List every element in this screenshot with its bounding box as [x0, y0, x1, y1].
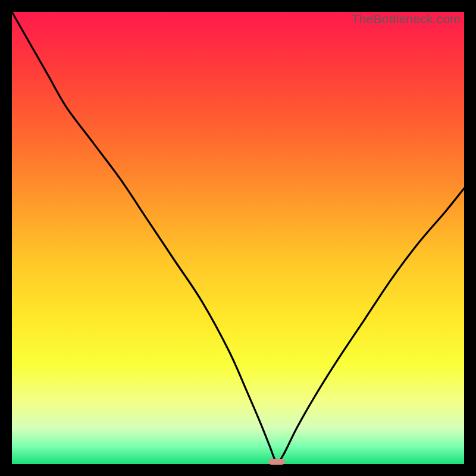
plot-area: TheBottleneck.com	[12, 12, 464, 464]
chart-container: TheBottleneck.com	[0, 0, 476, 476]
minimum-marker	[268, 459, 285, 465]
bottleneck-curve	[12, 12, 464, 464]
curve-path	[12, 12, 464, 462]
